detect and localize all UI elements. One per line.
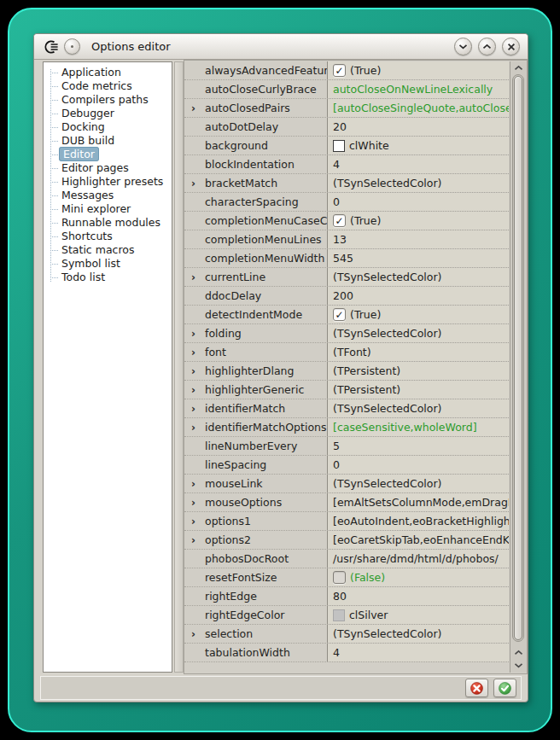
expand-arrow[interactable] [184,212,202,230]
property-row[interactable]: resetFontSize (False) [184,568,509,587]
sidebar-item[interactable]: Todo list [59,271,172,284]
property-value-text[interactable]: (True) [350,308,381,321]
property-row[interactable]: › identifierMatch (TSynSelectedColor) [184,399,509,418]
property-row[interactable]: › options2 [eoCaretSkipTab,eoEnhanceEndK… [184,531,509,550]
scroll-up-button[interactable] [510,65,527,71]
property-value-text[interactable]: autoCloseOnNewLineLexically [333,83,493,96]
color-swatch[interactable] [333,609,345,621]
property-value-text[interactable]: (TSynSelectedColor) [333,627,441,640]
expand-arrow[interactable]: › [184,362,202,380]
property-value[interactable]: clWhite [328,137,509,154]
minimize-button[interactable] [454,38,472,55]
sidebar-item[interactable]: Editor [59,148,172,161]
expand-arrow[interactable] [184,287,202,305]
property-name[interactable]: resetFontSize [202,568,328,586]
property-value-text[interactable]: (TSynSelectedColor) [333,402,441,415]
property-row[interactable]: › selection (TSynSelectedColor) [184,625,509,644]
property-value[interactable]: 200 [328,287,509,305]
sidebar-item-label[interactable]: Editor pages [59,160,131,175]
property-row[interactable]: › bracketMatch (TSynSelectedColor) [184,174,509,193]
property-value[interactable]: autoCloseOnNewLineLexically [328,80,509,98]
expand-arrow[interactable] [184,550,202,568]
property-value-text[interactable]: 4 [333,158,340,171]
property-value[interactable]: 4 [328,644,509,661]
expand-arrow[interactable]: › [184,343,202,361]
property-name[interactable]: completionMenuLines [202,230,328,248]
property-value[interactable]: (TPersistent) [328,381,509,399]
expand-arrow[interactable]: › [184,99,202,117]
color-swatch[interactable] [333,140,345,152]
property-row[interactable]: lineSpacing 0 [184,456,509,475]
sidebar-item-label[interactable]: Messages [59,188,116,202]
property-row[interactable]: detectIndentMode ✓(True) [184,306,509,324]
expand-arrow[interactable]: › [184,531,202,549]
property-value[interactable]: (TFont) [328,343,509,361]
property-row[interactable]: lineNumberEvery 5 [184,437,509,456]
property-value[interactable]: ✓(True) [328,61,509,79]
sidebar-item[interactable]: Compilers paths [59,93,172,107]
expand-arrow[interactable] [184,137,202,154]
sidebar-item-label[interactable]: Static macros [59,242,137,257]
property-row[interactable]: completionMenuCaseCare ✓(True) [184,212,509,230]
property-row[interactable]: › highlighterDlang (TPersistent) [184,362,509,381]
property-name[interactable]: lineNumberEvery [202,437,328,455]
property-name[interactable]: completionMenuCaseCare [202,212,328,230]
property-row[interactable]: › currentLine (TSynSelectedColor) [184,268,509,287]
property-value-text[interactable]: (True) [350,64,381,77]
property-name[interactable]: bracketMatch [202,174,328,192]
property-row[interactable]: › identifierMatchOptions [caseSensitive,… [184,418,509,437]
property-row[interactable]: rightEdge 80 [184,587,509,606]
expand-arrow[interactable] [184,606,202,624]
property-value-text[interactable]: clSilver [349,609,388,621]
property-value-text[interactable]: (TSynSelectedColor) [333,477,441,490]
property-name[interactable]: mouseOptions [202,493,328,511]
expand-arrow[interactable] [184,155,202,173]
property-value[interactable]: 13 [328,230,509,248]
cancel-button[interactable] [465,679,488,697]
property-value[interactable]: ✓(True) [328,212,509,230]
sidebar-item[interactable]: Messages [59,189,172,202]
sidebar-splitter[interactable] [174,61,184,673]
property-name[interactable]: mouseLink [202,475,328,492]
property-value[interactable]: (TSynSelectedColor) [328,174,509,192]
property-value[interactable]: 0 [328,456,509,474]
property-name[interactable]: identifierMatchOptions [202,418,328,436]
property-name[interactable]: options1 [202,512,328,530]
property-value-text[interactable]: (True) [350,214,381,227]
property-value[interactable]: [emAltSetsColumnMode,emDragDro [328,493,509,511]
property-value[interactable]: (TSynSelectedColor) [328,324,509,342]
window-menu-button[interactable] [64,38,80,55]
expand-arrow[interactable]: › [184,493,202,511]
expand-arrow[interactable] [184,306,202,323]
property-row[interactable]: blockIndentation 4 [184,155,509,174]
sidebar-item-label[interactable]: Application [59,65,124,79]
sidebar-item-label[interactable]: Shortcuts [59,229,115,243]
property-value-text[interactable]: (TSynSelectedColor) [333,271,441,283]
expand-arrow[interactable] [184,587,202,605]
property-row[interactable]: › folding (TSynSelectedColor) [184,324,509,343]
sidebar-item[interactable]: Code metrics [59,79,172,93]
property-name[interactable]: folding [202,324,328,342]
sidebar-item[interactable]: Editor pages [59,161,172,175]
property-row[interactable]: characterSpacing 0 [184,193,509,212]
vertical-scrollbar[interactable] [510,61,527,673]
property-name[interactable]: ddocDelay [202,287,328,305]
property-name[interactable]: highlighterDlang [202,362,328,380]
checkbox-unchecked[interactable] [333,571,346,584]
property-value-text[interactable]: 200 [333,289,353,302]
expand-arrow[interactable]: › [184,324,202,342]
property-value-text[interactable]: (TSynSelectedColor) [333,327,441,340]
property-value-text[interactable]: [eoCaretSkipTab,eoEnhanceEndKe [333,533,509,546]
property-name[interactable]: lineSpacing [202,456,328,474]
property-value[interactable]: (TSynSelectedColor) [328,475,509,492]
expand-arrow[interactable] [184,568,202,586]
property-value[interactable]: (TSynSelectedColor) [328,399,509,417]
sidebar-item-label[interactable]: Mini explorer [59,201,133,216]
sidebar-item-label[interactable]: Compilers paths [59,92,151,107]
property-name[interactable]: phobosDocRoot [202,550,328,568]
property-value[interactable]: (False) [328,568,509,586]
property-name[interactable]: rightEdge [202,587,328,605]
sidebar-item[interactable]: Shortcuts [59,230,172,243]
close-button[interactable] [502,38,520,55]
expand-arrow[interactable] [184,80,202,98]
